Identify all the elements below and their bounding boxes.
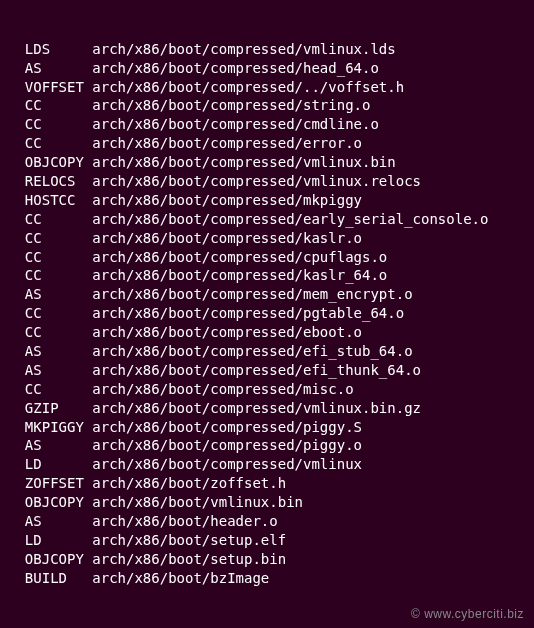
build-line: OBJCOPY arch/x86/boot/compressed/vmlinux… (8, 153, 526, 172)
build-cmd: BUILD (8, 569, 92, 588)
build-cmd: OBJCOPY (8, 493, 92, 512)
build-path: arch/x86/boot/compressed/vmlinux.relocs (92, 173, 421, 189)
build-path: arch/x86/boot/compressed/cmdline.o (92, 116, 379, 132)
build-cmd: AS (8, 436, 92, 455)
build-path: arch/x86/boot/setup.elf (92, 532, 286, 548)
build-cmd: AS (8, 512, 92, 531)
build-cmd: LD (8, 531, 92, 550)
build-line: CC arch/x86/boot/compressed/cmdline.o (8, 115, 526, 134)
build-line: CC arch/x86/boot/compressed/string.o (8, 96, 526, 115)
build-line: CC arch/x86/boot/compressed/misc.o (8, 380, 526, 399)
build-path: arch/x86/boot/bzImage (92, 570, 269, 586)
build-line: VOFFSET arch/x86/boot/compressed/../voff… (8, 78, 526, 97)
build-path: arch/x86/boot/vmlinux.bin (92, 494, 303, 510)
build-line: AS arch/x86/boot/compressed/piggy.o (8, 436, 526, 455)
build-cmd: VOFFSET (8, 78, 92, 97)
build-cmd: CC (8, 229, 92, 248)
build-path: arch/x86/boot/compressed/piggy.S (92, 419, 362, 435)
build-path: arch/x86/boot/compressed/kaslr.o (92, 230, 362, 246)
build-path: arch/x86/boot/compressed/vmlinux.bin.gz (92, 400, 421, 416)
build-line: CC arch/x86/boot/compressed/cpuflags.o (8, 248, 526, 267)
build-path: arch/x86/boot/compressed/early_serial_co… (92, 211, 488, 227)
build-line: CC arch/x86/boot/compressed/kaslr.o (8, 229, 526, 248)
build-path: arch/x86/boot/compressed/string.o (92, 97, 370, 113)
build-path: arch/x86/boot/compressed/efi_thunk_64.o (92, 362, 421, 378)
build-line: GZIP arch/x86/boot/compressed/vmlinux.bi… (8, 399, 526, 418)
build-cmd: AS (8, 342, 92, 361)
build-line: CC arch/x86/boot/compressed/pgtable_64.o (8, 304, 526, 323)
build-cmd: OBJCOPY (8, 153, 92, 172)
build-cmd: MKPIGGY (8, 418, 92, 437)
build-line: LDS arch/x86/boot/compressed/vmlinux.lds (8, 40, 526, 59)
build-line: AS arch/x86/boot/compressed/efi_thunk_64… (8, 361, 526, 380)
build-path: arch/x86/boot/compressed/../voffset.h (92, 79, 404, 95)
build-path: arch/x86/boot/compressed/piggy.o (92, 437, 362, 453)
build-path: arch/x86/boot/compressed/vmlinux.bin (92, 154, 395, 170)
build-cmd: RELOCS (8, 172, 92, 191)
build-path: arch/x86/boot/compressed/mem_encrypt.o (92, 286, 412, 302)
build-line: OBJCOPY arch/x86/boot/vmlinux.bin (8, 493, 526, 512)
build-path: arch/x86/boot/compressed/efi_stub_64.o (92, 343, 412, 359)
build-line: LD arch/x86/boot/compressed/vmlinux (8, 455, 526, 474)
build-cmd: OBJCOPY (8, 550, 92, 569)
build-path: arch/x86/boot/setup.bin (92, 551, 286, 567)
build-path: arch/x86/boot/compressed/vmlinux (92, 456, 362, 472)
build-line: AS arch/x86/boot/header.o (8, 512, 526, 531)
build-line: MKPIGGY arch/x86/boot/compressed/piggy.S (8, 418, 526, 437)
build-line: RELOCS arch/x86/boot/compressed/vmlinux.… (8, 172, 526, 191)
build-cmd: HOSTCC (8, 191, 92, 210)
build-line: AS arch/x86/boot/compressed/mem_encrypt.… (8, 285, 526, 304)
build-path: arch/x86/boot/compressed/vmlinux.lds (92, 41, 395, 57)
build-cmd: AS (8, 361, 92, 380)
terminal-output[interactable]: LDS arch/x86/boot/compressed/vmlinux.lds… (8, 2, 526, 628)
build-path: arch/x86/boot/compressed/cpuflags.o (92, 249, 387, 265)
watermark-text: © www.cyberciti.biz (411, 606, 524, 622)
build-cmd: CC (8, 210, 92, 229)
build-cmd: CC (8, 323, 92, 342)
build-line: AS arch/x86/boot/compressed/efi_stub_64.… (8, 342, 526, 361)
build-path: arch/x86/boot/compressed/head_64.o (92, 60, 379, 76)
build-cmd: CC (8, 96, 92, 115)
build-path: arch/x86/boot/zoffset.h (92, 475, 286, 491)
build-cmd: AS (8, 285, 92, 304)
build-path: arch/x86/boot/compressed/misc.o (92, 381, 353, 397)
build-path: arch/x86/boot/compressed/pgtable_64.o (92, 305, 404, 321)
build-path: arch/x86/boot/compressed/kaslr_64.o (92, 267, 387, 283)
build-cmd: CC (8, 380, 92, 399)
build-cmd: ZOFFSET (8, 474, 92, 493)
build-cmd: CC (8, 248, 92, 267)
build-cmd: CC (8, 115, 92, 134)
build-path: arch/x86/boot/compressed/mkpiggy (92, 192, 362, 208)
build-line: ZOFFSET arch/x86/boot/zoffset.h (8, 474, 526, 493)
build-cmd: CC (8, 134, 92, 153)
build-line: OBJCOPY arch/x86/boot/setup.bin (8, 550, 526, 569)
build-cmd: LDS (8, 40, 92, 59)
build-cmd: LD (8, 455, 92, 474)
build-path: arch/x86/boot/header.o (92, 513, 277, 529)
build-cmd: AS (8, 59, 92, 78)
build-cmd: GZIP (8, 399, 92, 418)
build-line: CC arch/x86/boot/compressed/early_serial… (8, 210, 526, 229)
build-line: CC arch/x86/boot/compressed/kaslr_64.o (8, 266, 526, 285)
build-line: AS arch/x86/boot/compressed/head_64.o (8, 59, 526, 78)
build-path: arch/x86/boot/compressed/eboot.o (92, 324, 362, 340)
build-cmd: CC (8, 304, 92, 323)
build-line: LD arch/x86/boot/setup.elf (8, 531, 526, 550)
build-line: BUILD arch/x86/boot/bzImage (8, 569, 526, 588)
build-path: arch/x86/boot/compressed/error.o (92, 135, 362, 151)
build-line: HOSTCC arch/x86/boot/compressed/mkpiggy (8, 191, 526, 210)
build-cmd: CC (8, 266, 92, 285)
build-line: CC arch/x86/boot/compressed/error.o (8, 134, 526, 153)
build-line: CC arch/x86/boot/compressed/eboot.o (8, 323, 526, 342)
